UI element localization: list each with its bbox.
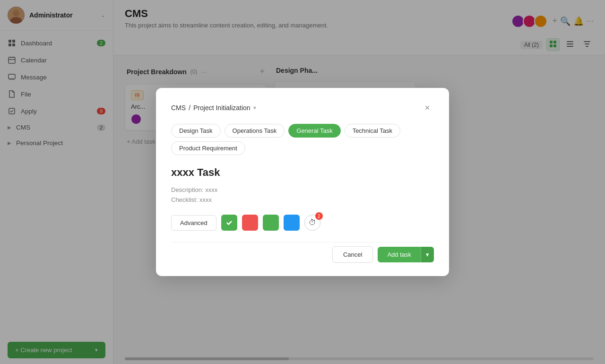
add-task-button-group: Add task ▾ [378, 247, 434, 262]
task-type-tabs: Design Task Operations Task General Task… [171, 124, 434, 155]
color-green-button[interactable] [263, 215, 279, 231]
tab-general-task[interactable]: General Task [288, 124, 340, 138]
tab-design-task[interactable]: Design Task [171, 124, 221, 138]
cancel-button[interactable]: Cancel [332, 246, 373, 263]
tab-product-requirement[interactable]: Product Requirement [171, 141, 245, 155]
timer-icon: ⏱ [309, 218, 316, 227]
close-button[interactable]: × [421, 101, 434, 114]
description-label: Description: [171, 186, 204, 193]
modal-toolbar: Advanced ⏱ 2 [171, 215, 434, 231]
add-task-main-button[interactable]: Add task [378, 247, 421, 262]
color-red-button[interactable] [242, 215, 258, 231]
modal: CMS / Project Initialization ▾ × Design … [156, 88, 449, 276]
task-title: xxxx Task [171, 166, 434, 179]
modal-overlay[interactable]: CMS / Project Initialization ▾ × Design … [0, 0, 605, 364]
advanced-button[interactable]: Advanced [171, 215, 216, 231]
color-blue-button[interactable] [284, 215, 300, 231]
timer-badge: 2 [315, 212, 323, 220]
task-fields: Description: xxxx Checklist: xxxx [171, 186, 434, 203]
modal-footer: Cancel Add task ▾ [171, 242, 434, 263]
breadcrumb-sub: Project Initialization [193, 104, 251, 112]
breadcrumb: CMS / Project Initialization ▾ [171, 104, 256, 112]
add-task-dropdown-button[interactable]: ▾ [421, 247, 434, 262]
breadcrumb-separator: / [189, 104, 190, 112]
description-value: xxxx [205, 186, 217, 193]
checklist-field: Checklist: xxxx [171, 196, 434, 203]
chevron-down-icon: ▾ [253, 104, 256, 111]
timer-button[interactable]: ⏱ 2 [304, 215, 320, 231]
modal-header: CMS / Project Initialization ▾ × [171, 101, 434, 114]
color-check-button[interactable] [221, 215, 237, 231]
tab-technical-task[interactable]: Technical Task [345, 124, 400, 138]
description-field: Description: xxxx [171, 186, 434, 193]
tab-operations-task[interactable]: Operations Task [225, 124, 285, 138]
checklist-value: xxxx [199, 196, 212, 203]
breadcrumb-project: CMS [171, 104, 186, 112]
checklist-label: Checklist: [171, 196, 198, 203]
